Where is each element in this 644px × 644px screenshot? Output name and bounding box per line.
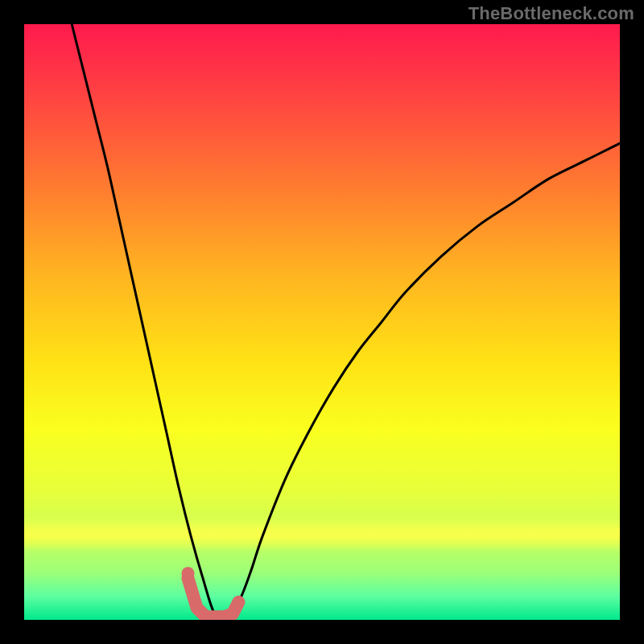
watermark-text: TheBottleneck.com [469, 3, 634, 24]
optimal-range-line [188, 578, 239, 617]
optimal-range-markers [182, 567, 239, 617]
chart-svg [24, 24, 620, 620]
outer-frame: TheBottleneck.com [0, 0, 644, 644]
plot-area [24, 24, 620, 620]
optimal-range-dot [182, 567, 195, 580]
bottleneck-curve [72, 24, 620, 617]
